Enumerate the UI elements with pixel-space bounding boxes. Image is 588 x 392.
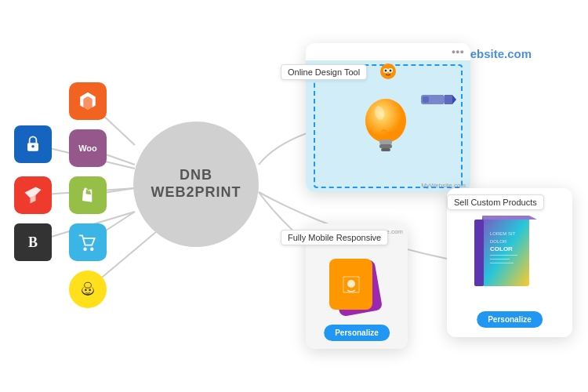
mailchimp-logo xyxy=(69,270,107,308)
svg-rect-24 xyxy=(445,95,452,104)
center-hub: DNB WEB2PRINT xyxy=(133,122,259,247)
sell-custom-label: Sell Custom Products xyxy=(447,194,544,210)
svg-rect-26 xyxy=(423,96,429,103)
svg-point-11 xyxy=(90,248,93,251)
svg-marker-34 xyxy=(482,216,537,220)
svg-rect-33 xyxy=(474,220,484,286)
svg-point-41 xyxy=(347,280,355,288)
svg-point-9 xyxy=(31,145,34,148)
svg-point-31 xyxy=(390,70,392,72)
brand-owl-icon xyxy=(379,62,397,84)
card-design-header: ●●● xyxy=(452,48,464,56)
hub-text: DNB xyxy=(180,167,212,184)
svg-text:COLOR: COLOR xyxy=(490,245,513,252)
svg-marker-25 xyxy=(452,95,456,104)
product-book-icon: LOREM SIT DOLOR COLOR xyxy=(466,204,553,309)
svg-rect-38 xyxy=(490,255,517,256)
mobile-responsive-personalize-btn[interactable]: Personalize xyxy=(324,325,390,341)
magento-logo xyxy=(69,82,107,120)
svg-rect-39 xyxy=(490,259,510,260)
ssl-logo xyxy=(14,125,52,163)
svg-point-10 xyxy=(83,248,86,251)
hub-text-2: WEB2PRINT xyxy=(151,184,241,201)
cscart-logo xyxy=(69,223,107,261)
svg-point-27 xyxy=(380,64,396,79)
svg-text:LOREM SIT: LOREM SIT xyxy=(490,231,516,236)
laravel-logo xyxy=(14,176,52,214)
bigcommerce-logo: B xyxy=(14,223,52,261)
color-swatch-icon xyxy=(421,92,456,111)
svg-rect-40 xyxy=(490,263,514,263)
sell-custom-personalize-btn[interactable]: Personalize xyxy=(477,311,543,328)
woocommerce-logo: Woo xyxy=(69,129,107,167)
svg-point-14 xyxy=(85,289,87,292)
mobile-responsive-label: Fully Mobile Responsive xyxy=(281,230,388,245)
svg-point-30 xyxy=(385,70,387,72)
svg-point-15 xyxy=(89,289,91,292)
svg-text:DOLOR: DOLOR xyxy=(490,239,507,244)
svg-point-16 xyxy=(85,282,92,288)
shopify-logo xyxy=(69,176,107,214)
mobile-cards-icon xyxy=(329,259,384,321)
sell-custom-card: LOREM SIT DOLOR COLOR Personalize xyxy=(447,188,572,337)
design-tool-label: Online Design Tool xyxy=(281,64,367,80)
